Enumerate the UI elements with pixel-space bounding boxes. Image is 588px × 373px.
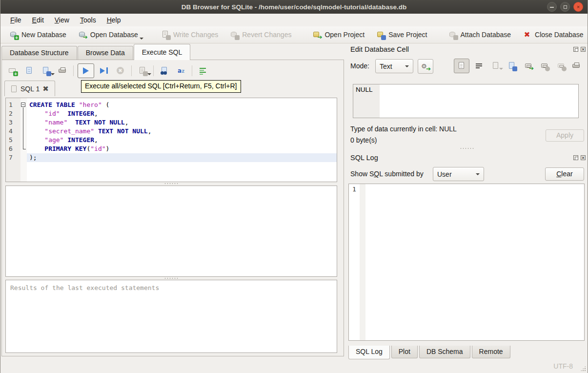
auto-completion-button[interactable]: az — [174, 63, 188, 78]
close-button[interactable]: × — [573, 2, 583, 12]
menu-bar: File Edit View Tools Help — [0, 14, 588, 26]
title-bar[interactable]: DB Browser for SQLite - /home/user/code/… — [0, 0, 588, 14]
minimize-button[interactable] — [547, 2, 557, 12]
splitter-handle[interactable] — [350, 147, 584, 150]
menu-edit[interactable]: Edit — [27, 15, 49, 25]
cell-value: NULL — [356, 86, 373, 93]
results-message-panel[interactable]: Results of the last executed statements — [5, 280, 337, 353]
save-project-button[interactable]: Save Project — [370, 28, 433, 41]
tab-browse-data[interactable]: Browse Data — [78, 46, 133, 60]
export-data-button[interactable] — [504, 59, 520, 73]
menu-file[interactable]: File — [5, 15, 26, 25]
cell-value-editor[interactable]: NULL — [353, 84, 579, 118]
status-bar: UTF-8 — [0, 359, 588, 373]
cell-size-info: 0 byte(s) — [350, 136, 377, 144]
splitter-handle[interactable] — [5, 182, 337, 185]
bottom-dock-tab-bar: SQL Log Plot DB Schema Remote — [348, 346, 512, 359]
tab-database-structure[interactable]: Database Structure — [1, 46, 77, 60]
auto-switch-mode-button[interactable]: ⚙➔ — [418, 59, 433, 74]
sql-log-view[interactable]: 1 — [348, 184, 585, 341]
execute-current-line-button[interactable] — [97, 63, 111, 78]
log-filter-select[interactable]: User — [433, 167, 484, 181]
apply-button[interactable]: Apply — [546, 129, 584, 142]
attach-database-button[interactable]: Attach Database — [443, 28, 517, 41]
word-wrap-button[interactable] — [471, 59, 487, 73]
execute-line-icon — [100, 66, 108, 75]
dock-float-icon[interactable] — [573, 47, 578, 52]
save-sql-file-button[interactable] — [39, 63, 53, 78]
close-sql-tab-icon[interactable]: ✖ — [42, 84, 49, 93]
log-line-number-gutter: 1 — [349, 184, 360, 340]
write-changes-button[interactable]: Write Changes — [155, 28, 224, 41]
write-changes-icon — [161, 30, 170, 39]
execute-icon — [81, 66, 90, 75]
save-results-button[interactable] — [136, 63, 149, 78]
save-results-dropdown-icon[interactable] — [147, 73, 151, 75]
print-icon — [58, 66, 67, 75]
mode-label: Mode: — [350, 62, 369, 70]
find-icon — [160, 66, 169, 75]
print-cell-button[interactable] — [568, 59, 584, 73]
window-controls: × — [547, 2, 583, 12]
close-database-icon: ✖ — [523, 30, 531, 39]
dock-close-icon[interactable]: × — [581, 47, 586, 52]
gear-icon: ⚙➔ — [421, 62, 430, 71]
sql-log-dock-buttons: × — [573, 155, 586, 160]
open-database-button[interactable]: ➔ Open Database — [72, 28, 149, 41]
editor-fold-margin[interactable] — [20, 98, 27, 182]
stop-execution-button[interactable]: ✖ — [114, 63, 127, 78]
toolbar-separator — [131, 65, 132, 76]
minimize-icon — [550, 7, 554, 8]
clear-log-button[interactable]: Clear — [545, 167, 584, 181]
menu-view[interactable]: View — [50, 15, 74, 25]
cell-type-info: Type of data currently in cell: NULL — [350, 125, 457, 133]
tab-execute-sql[interactable]: Execute SQL — [134, 44, 191, 60]
open-project-button[interactable]: ➔ Open Project — [306, 28, 370, 41]
results-grid[interactable] — [5, 186, 337, 277]
save-sql-dropdown-icon[interactable] — [51, 73, 55, 75]
menu-tools[interactable]: Tools — [75, 15, 101, 25]
tooltip: Execute all/selected SQL [Ctrl+Return, F… — [81, 80, 241, 93]
dock-close-icon[interactable]: × — [581, 155, 586, 160]
open-in-external-button[interactable]: ➔ — [521, 59, 536, 73]
print-sql-button[interactable] — [56, 63, 69, 78]
new-database-button[interactable]: + New Database — [3, 28, 72, 41]
sql-editor[interactable]: 1234567 CREATE TABLE "hero" ( "id" INTEG… — [5, 98, 337, 182]
execute-sql-pane: + ✖ — [1, 60, 344, 356]
revert-changes-button[interactable]: Revert Changes — [224, 28, 297, 41]
editor-code-area[interactable]: CREATE TABLE "hero" ( "id" INTEGER, "nam… — [27, 98, 337, 182]
results-placeholder-text: Results of the last executed statements — [6, 280, 337, 295]
tab-remote[interactable]: Remote — [472, 346, 510, 358]
log-line-number: 1 — [349, 184, 360, 193]
sql-doc-tab[interactable]: SQL 1 ✖ — [4, 81, 55, 96]
find-button[interactable] — [158, 63, 171, 78]
import-data-button[interactable] — [488, 59, 504, 73]
dock-float-icon[interactable] — [573, 155, 578, 160]
window-title: DB Browser for SQLite - /home/user/code/… — [182, 3, 406, 11]
execute-sql-button[interactable] — [78, 63, 94, 78]
mode-select[interactable]: Text — [375, 59, 413, 73]
toolbar-separator — [153, 65, 154, 76]
text-mode-toggle-button[interactable] — [454, 59, 469, 73]
open-sql-file-button[interactable] — [22, 63, 36, 78]
resize-grip[interactable] — [580, 366, 586, 372]
maximize-button[interactable] — [560, 2, 570, 12]
set-null-button[interactable] — [553, 59, 569, 73]
tab-db-schema[interactable]: DB Schema — [419, 346, 470, 358]
tab-plot[interactable]: Plot — [391, 346, 418, 358]
toolbar-separator — [73, 65, 74, 76]
mode-value: Text — [380, 62, 392, 70]
chevron-down-icon — [405, 65, 409, 67]
copy-url-button[interactable] — [537, 59, 552, 73]
save-sql-file-icon — [41, 66, 50, 75]
edit-cell-dock-title: Edit Database Cell — [350, 45, 409, 53]
open-sql-file-icon — [25, 66, 34, 75]
menu-help[interactable]: Help — [102, 15, 126, 25]
format-sql-button[interactable] — [196, 63, 210, 78]
close-database-button[interactable]: ✖ Close Database — [517, 28, 588, 41]
tab-sql-log[interactable]: SQL Log — [348, 346, 390, 359]
sql-toolbar: + ✖ — [6, 62, 210, 79]
open-database-dropdown-icon[interactable] — [140, 38, 143, 40]
open-database-icon: ➔ — [78, 30, 87, 39]
new-sql-tab-button[interactable]: + — [6, 63, 20, 78]
